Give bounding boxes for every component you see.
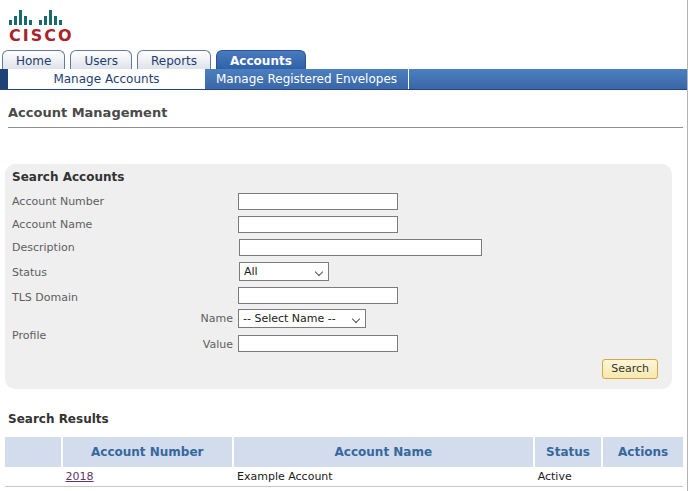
tab-home[interactable]: Home — [2, 50, 65, 69]
cisco-bridge-bars-icon — [9, 10, 74, 25]
tab-accounts[interactable]: Accounts — [216, 50, 306, 69]
search-panel-heading: Search Accounts — [12, 170, 124, 184]
description-input[interactable] — [239, 239, 482, 256]
table-row: 2018 Example Account Active — [5, 467, 683, 486]
cisco-logo-text: CISCO — [9, 26, 74, 45]
column-header-account-number: Account Number — [62, 437, 234, 467]
row-actions-cell — [602, 467, 683, 486]
profile-label: Profile — [12, 329, 46, 342]
column-header-account-name: Account Name — [233, 437, 534, 467]
chevron-down-icon — [315, 268, 323, 276]
row-account-number-cell: 2018 — [62, 467, 234, 486]
row-status-cell: Active — [534, 467, 603, 486]
results-header-row: Account Number Account Name Status Actio… — [5, 437, 683, 467]
search-results-heading: Search Results — [8, 412, 109, 426]
row-blank-cell — [5, 467, 62, 486]
search-accounts-panel: Search Accounts Account Number Account N… — [5, 164, 672, 389]
account-number-label: Account Number — [12, 195, 104, 208]
status-label: Status — [12, 266, 47, 279]
chevron-down-icon — [352, 315, 360, 323]
cisco-logo: CISCO — [9, 10, 74, 45]
column-header-status: Status — [534, 437, 603, 467]
sub-nav-bar: Manage Accounts Manage Registered Envelo… — [0, 69, 688, 90]
description-label: Description — [12, 241, 75, 254]
tab-users[interactable]: Users — [70, 50, 132, 69]
profile-name-label: Name — [198, 312, 233, 325]
column-header-actions: Actions — [602, 437, 683, 467]
status-select-value: All — [244, 265, 258, 278]
subnav-manage-accounts[interactable]: Manage Accounts — [8, 69, 205, 89]
tls-domain-input[interactable] — [238, 287, 398, 304]
profile-name-select-value: -- Select Name -- — [243, 312, 336, 325]
profile-value-label: Value — [198, 338, 233, 351]
page-title: Account Management — [8, 105, 683, 128]
account-number-input[interactable] — [238, 193, 398, 210]
tls-domain-label: TLS Domain — [12, 291, 78, 304]
search-results-table: Account Number Account Name Status Actio… — [5, 437, 683, 487]
account-name-input[interactable] — [238, 216, 398, 233]
status-select[interactable]: All — [239, 262, 329, 281]
account-number-link[interactable]: 2018 — [66, 470, 94, 483]
row-account-name-cell: Example Account — [233, 467, 534, 486]
tab-reports[interactable]: Reports — [137, 50, 211, 69]
profile-value-input[interactable] — [238, 335, 398, 352]
column-header-blank — [5, 437, 62, 467]
account-name-label: Account Name — [12, 218, 92, 231]
profile-name-select[interactable]: -- Select Name -- — [238, 309, 366, 328]
subnav-left-edge — [0, 69, 8, 89]
subnav-manage-registered-envelopes[interactable]: Manage Registered Envelopes — [205, 69, 409, 89]
main-tab-bar: Home Users Reports Accounts — [2, 50, 311, 69]
search-button[interactable]: Search — [602, 359, 658, 379]
app-window: CISCO Home Users Reports Accounts Manage… — [0, 0, 688, 491]
